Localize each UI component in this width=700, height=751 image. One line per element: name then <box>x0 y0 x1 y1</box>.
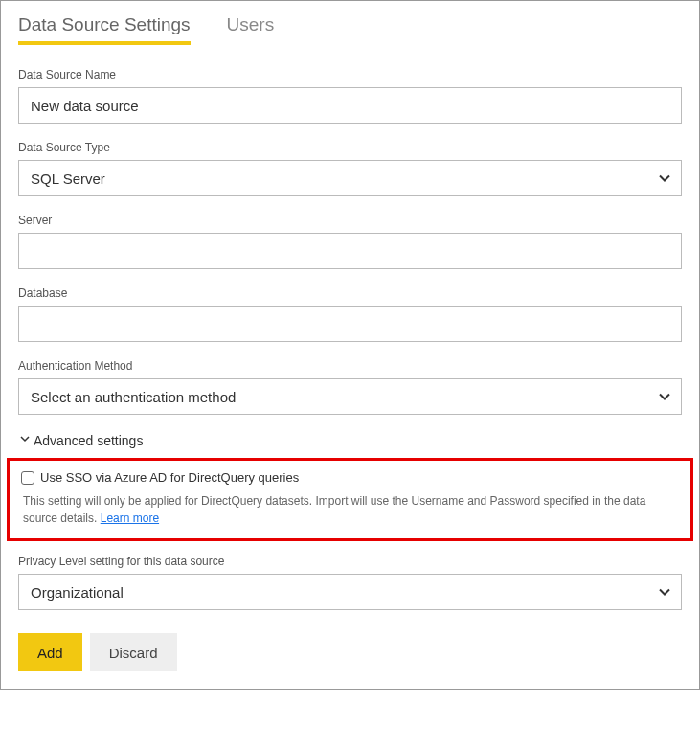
advanced-settings-label: Advanced settings <box>34 433 143 448</box>
sso-checkbox-row: Use SSO via Azure AD for DirectQuery que… <box>21 470 679 485</box>
privacy-level-select[interactable]: Organizational <box>18 574 682 610</box>
server-label: Server <box>18 214 682 227</box>
field-group-name: Data Source Name <box>18 68 682 124</box>
auth-method-select[interactable]: Select an authentication method <box>18 378 682 415</box>
field-group-type: Data Source Type SQL Server <box>18 141 682 196</box>
sso-checkbox-label: Use SSO via Azure AD for DirectQuery que… <box>40 470 299 485</box>
database-label: Database <box>18 286 682 300</box>
field-group-auth: Authentication Method Select an authenti… <box>18 359 682 415</box>
privacy-level-label: Privacy Level setting for this data sour… <box>18 555 682 568</box>
server-input[interactable] <box>18 233 682 269</box>
sso-helper-text: This setting will only be applied for Di… <box>21 492 679 527</box>
advanced-settings-toggle[interactable]: Advanced settings <box>18 432 682 448</box>
chevron-down-icon <box>18 432 32 448</box>
field-group-privacy: Privacy Level setting for this data sour… <box>18 555 682 610</box>
tab-data-source-settings[interactable]: Data Source Settings <box>18 14 191 45</box>
add-button[interactable]: Add <box>18 633 82 671</box>
learn-more-link[interactable]: Learn more <box>101 512 159 525</box>
auth-method-label: Authentication Method <box>18 359 682 373</box>
discard-button[interactable]: Discard <box>90 633 177 671</box>
field-group-server: Server <box>18 214 682 269</box>
data-source-name-label: Data Source Name <box>18 68 682 81</box>
data-source-type-label: Data Source Type <box>18 141 682 154</box>
tab-users[interactable]: Users <box>227 14 275 45</box>
tab-bar: Data Source Settings Users <box>18 14 682 45</box>
database-input[interactable] <box>18 306 682 342</box>
data-source-name-input[interactable] <box>18 87 682 124</box>
sso-highlight-box: Use SSO via Azure AD for DirectQuery que… <box>7 458 693 541</box>
field-group-database: Database <box>18 286 682 342</box>
data-source-settings-panel: Data Source Settings Users Data Source N… <box>0 0 700 690</box>
data-source-type-select[interactable]: SQL Server <box>18 160 682 196</box>
action-buttons: Add Discard <box>18 633 682 671</box>
sso-checkbox[interactable] <box>21 471 34 485</box>
